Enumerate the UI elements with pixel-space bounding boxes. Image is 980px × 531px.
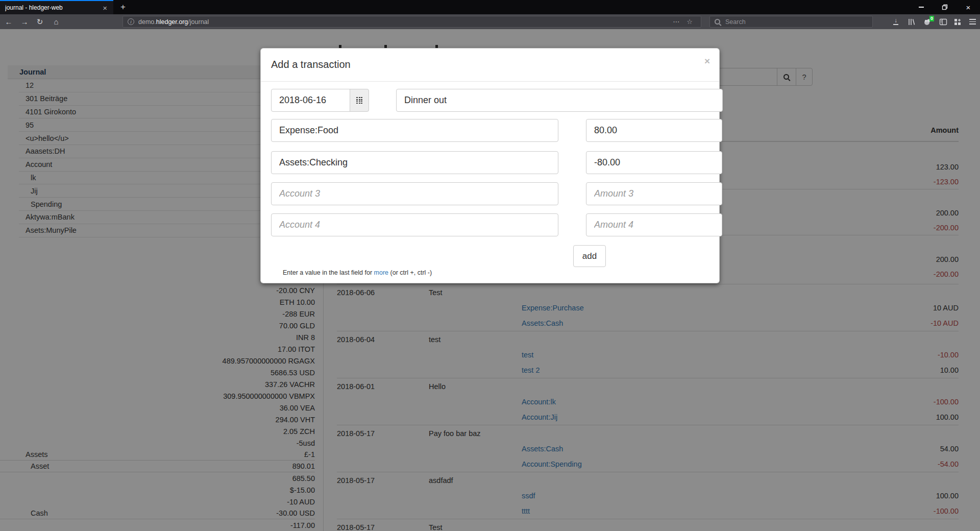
bookmark-star-icon[interactable]: ☆ [683, 18, 696, 26]
date-input[interactable] [271, 89, 350, 112]
amount-input[interactable] [586, 182, 722, 205]
restore-icon [942, 4, 948, 10]
reload-button[interactable]: ↻ [32, 14, 47, 29]
browser-search-bar[interactable]: Search [709, 16, 873, 28]
library-icon [908, 18, 916, 26]
modal-posting-row [271, 182, 711, 205]
forward-button[interactable]: → [17, 14, 32, 29]
sidebar-toggle-button[interactable] [936, 14, 951, 29]
browser-tab[interactable]: journal - hledger-web × [0, 0, 113, 14]
tab-close-icon[interactable]: × [102, 4, 108, 12]
account-input[interactable] [271, 119, 558, 142]
sidebar-icon [939, 18, 947, 26]
add-button[interactable]: add [573, 245, 606, 267]
menu-button[interactable] [965, 14, 980, 29]
search-icon [714, 18, 721, 26]
site-info-icon[interactable]: i [128, 18, 134, 25]
description-input[interactable] [396, 89, 723, 112]
minimize-icon [919, 7, 924, 8]
account-input[interactable] [271, 182, 558, 205]
page-actions-icon[interactable]: ⋯ [669, 18, 683, 26]
window-restore-button[interactable] [933, 0, 957, 14]
more-link[interactable]: more [374, 269, 388, 276]
modal-close-icon[interactable]: × [704, 56, 710, 67]
extension-button[interactable]: 0 [919, 14, 935, 29]
downloads-button[interactable]: ↓ [888, 14, 903, 29]
hamburger-icon [969, 19, 976, 24]
calendar-grid-icon [356, 97, 362, 104]
modal-posting-row [271, 151, 711, 174]
amount-input[interactable] [586, 119, 722, 142]
modal-header: Add a transaction × [261, 49, 719, 82]
tab-title: journal - hledger-web [5, 4, 102, 11]
account-input[interactable] [271, 213, 558, 236]
page-content: Journal 12301 Beiträge4101 Girokonto95<u… [0, 29, 980, 531]
url-bar[interactable]: i demo.hledger.org/journal ⋯ ☆ [122, 16, 701, 28]
modal-posting-row [271, 119, 711, 142]
modal-date-row [271, 89, 711, 112]
account-input[interactable] [271, 151, 558, 174]
back-button[interactable]: ← [1, 14, 16, 29]
modal-title: Add a transaction [271, 59, 351, 70]
window-close-button[interactable]: × [957, 0, 980, 14]
add-transaction-modal: Add a transaction × add Enter a value in… [260, 48, 720, 283]
download-icon: ↓ [893, 18, 898, 25]
library-button[interactable] [904, 14, 919, 29]
window-minimize-button[interactable] [910, 0, 933, 14]
date-picker-button[interactable] [350, 89, 369, 112]
new-tab-button[interactable]: + [116, 0, 130, 14]
amount-input[interactable] [586, 213, 722, 236]
home-button[interactable]: ⌂ [48, 14, 64, 29]
url-text: demo.hledger.org/journal [138, 18, 209, 26]
search-placeholder: Search [725, 18, 746, 26]
modal-posting-row [271, 213, 711, 236]
pocket-grid-button[interactable] [950, 14, 965, 29]
amount-input[interactable] [586, 151, 722, 174]
browser-tab-strip: journal - hledger-web × + × [0, 0, 980, 14]
browser-toolbar: ← → ↻ ⌂ i demo.hledger.org/journal ⋯ ☆ S… [0, 14, 980, 29]
extension-badge: 0 [929, 16, 934, 21]
modal-hint: Enter a value in the last field for more… [283, 269, 432, 276]
grid-plus-icon [953, 18, 962, 26]
window-controls: × [910, 0, 980, 14]
